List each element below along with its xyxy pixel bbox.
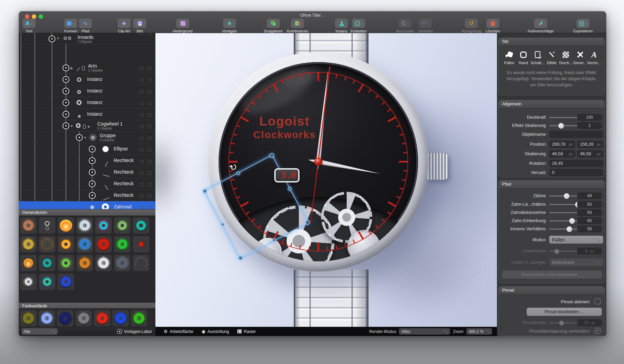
library-thumbnail[interactable] [95, 217, 112, 234]
zoom-stepper[interactable]: 480,2 %⌃⌄ [466, 328, 492, 335]
tick-mark [265, 89, 268, 93]
rotation-input[interactable]: 28,45 [549, 160, 603, 167]
library-thumbnail[interactable] [112, 310, 129, 326]
library-thumbnail[interactable] [39, 255, 55, 271]
library-thumbnail[interactable] [77, 255, 93, 271]
position-x-input[interactable]: 289,78px [549, 141, 575, 148]
toolbar-pfad-button[interactable]: ∿ Pfad [67, 19, 104, 33]
raster-toggle[interactable]: Raster [237, 329, 256, 334]
toolbar-kombinieren-button[interactable]: Kombinieren [279, 19, 316, 33]
layer-row-ellipse[interactable]: + Ellipse [19, 143, 155, 155]
library-thumbnail[interactable] [20, 217, 37, 234]
library-thumbnail[interactable] [133, 217, 149, 234]
objektname-input[interactable] [549, 131, 603, 138]
tick-mark [396, 125, 401, 128]
generator-button[interactable]: Gener... [573, 49, 587, 65]
versatz-input[interactable]: 0 [549, 169, 603, 176]
toolbar-loeschen-button[interactable]: Löschen [474, 19, 512, 33]
toolbar-bild-button[interactable]: Bild [121, 19, 158, 33]
render-modus-dropdown[interactable]: Alles⌃⌄ [399, 328, 450, 335]
library-thumbnail[interactable] [39, 310, 55, 326]
library-filter-dropdown[interactable]: Alle⌃⌄ [22, 328, 58, 335]
layer-row-innards[interactable]: + ▼ ⚙⚙ Innards 7 Objekte [19, 33, 155, 45]
layer-row-arm[interactable]: + ▶ Arm 2 Objekte [19, 62, 155, 74]
library-thumbnail[interactable] [20, 236, 37, 252]
layer-row-instanz[interactable]: + Instanz [19, 108, 155, 120]
schatten-button[interactable]: Schatt... [530, 49, 544, 65]
arbeitsflaeche-toggle[interactable]: ⚙ Arbeitsfläche [164, 329, 193, 334]
pinsel-aktiviert-checkbox[interactable] [595, 299, 600, 304]
library-thumbnail[interactable] [58, 274, 74, 290]
fuellen-button[interactable]: Füllen [502, 49, 516, 65]
position-y-input[interactable]: 156,26px [577, 141, 603, 148]
toolbar-hintergrund-button[interactable]: Hintergrund [164, 19, 202, 33]
zahn-laengenverhaeltnis-value[interactable]: 83 [577, 201, 602, 208]
close-button[interactable] [25, 14, 29, 19]
rand-button[interactable]: Rand [516, 49, 530, 65]
effekt-button[interactable]: ✦ Effekt [544, 49, 558, 65]
library-thumbnail[interactable] [58, 217, 74, 234]
layer-row-rechteck[interactable]: + Rechteck [19, 178, 155, 190]
skalierung-x-input[interactable]: 46,58px [549, 150, 575, 158]
library-thumbnail[interactable] [39, 236, 55, 252]
library-thumbnail[interactable] [114, 217, 130, 234]
durchsichtigkeit-button[interactable]: Durch... [559, 49, 573, 65]
library-thumbnail[interactable] [20, 274, 37, 290]
toolbar-einbetten-button[interactable]: +⌄ Einbetten [340, 19, 377, 33]
inneres-verhaeltnis-value[interactable]: 58 [577, 225, 602, 232]
layer-row-instanz[interactable]: + Instanz [19, 74, 155, 85]
library-thumbnail[interactable] [39, 217, 55, 234]
layer-row-zahnrad-selected[interactable]: Zahnrad [19, 201, 155, 209]
library-thumbnail[interactable] [77, 217, 93, 234]
library-thumbnail[interactable] [114, 255, 130, 271]
zahndickensehne-value[interactable]: 93 [577, 209, 602, 216]
zahn-einkerbung-value[interactable]: 65 [577, 217, 602, 224]
library-thumbnail[interactable] [77, 236, 93, 252]
library-thumbnail[interactable] [94, 310, 110, 326]
verzerrung-button[interactable]: A Verzer... [587, 49, 601, 65]
library-thumbnail[interactable] [133, 255, 149, 271]
canvas[interactable]: Logoist Clockworks ↻ 3.0 [155, 33, 497, 327]
effekt-skalierung-value[interactable]: 1 [577, 122, 602, 129]
transparency-icon [563, 52, 569, 58]
tick-mark [299, 245, 301, 249]
library-thumbnail[interactable] [58, 255, 74, 271]
library-thumbnail[interactable] [95, 255, 112, 271]
library-thumbnail[interactable] [114, 236, 130, 252]
library-thumbnail[interactable] [75, 310, 92, 326]
library-thumbnail[interactable] [39, 274, 55, 290]
border-icon [520, 52, 527, 58]
layer-row-instanz[interactable]: + Instanz [19, 85, 155, 97]
zaehne-value[interactable]: 49 [577, 192, 602, 199]
library-thumbnail[interactable] [20, 310, 37, 326]
layer-row-rechteck[interactable]: + Rechteck [19, 155, 155, 166]
library-thumbnail[interactable] [20, 255, 37, 271]
toolbar-exportieren-button[interactable]: ▸⌄ Exportieren [564, 19, 602, 33]
library-thumbnail[interactable] [58, 236, 74, 252]
ausrichtung-toggle[interactable]: ◉ Ausrichtung [202, 329, 229, 334]
tick-mark [344, 243, 347, 247]
minimize-button[interactable] [32, 14, 36, 19]
modus-dropdown[interactable]: Füllen⌃⌄ [549, 236, 603, 244]
layer-row-cogwheel[interactable]: + ▼ ✦ Cogwheel 1 6 Objekte [19, 120, 155, 132]
layer-row-rechteck[interactable]: + Rechteck [19, 190, 155, 201]
toolbar-vorlagen-button[interactable]: ★ Vorlagen [211, 19, 248, 33]
library-thumbnail[interactable] [95, 236, 112, 252]
library-thumbnail[interactable] [131, 310, 147, 326]
layer-row-instanz[interactable]: + Instanz [19, 97, 155, 108]
pinselueberlagerung-checkbox[interactable]: ✓ [595, 328, 600, 334]
selection-handle[interactable] [202, 188, 208, 194]
deckkraft-value[interactable]: 100 [577, 114, 602, 121]
layer-row-rechteck[interactable]: + Rechteck [19, 166, 155, 178]
window-title[interactable]: Ohne Titel ⌄ [300, 13, 325, 18]
toolbar-text-button[interactable]: A⌄ Text [19, 19, 48, 33]
zahndickensehne-row: Zahndickensehne 93 [499, 208, 605, 217]
toolbar-farbvorschlaege-button[interactable]: ✦ Farbvorschläge [522, 19, 559, 33]
zoom-button[interactable] [39, 14, 43, 19]
library-thumbnail[interactable] [57, 310, 73, 326]
skalierung-y-input[interactable]: 46,58px [577, 150, 603, 158]
library-thumbnail[interactable] [133, 236, 149, 252]
vorlagen-labor-button[interactable]: ★ Vorlagen-Labor [117, 329, 152, 334]
layer-row-gruppe[interactable]: + ▼ ⚙ Gruppe 6 Objekte [19, 132, 155, 143]
pinsel-bearbeiten-button[interactable]: Pinsel bearbeiten ... [527, 308, 602, 316]
